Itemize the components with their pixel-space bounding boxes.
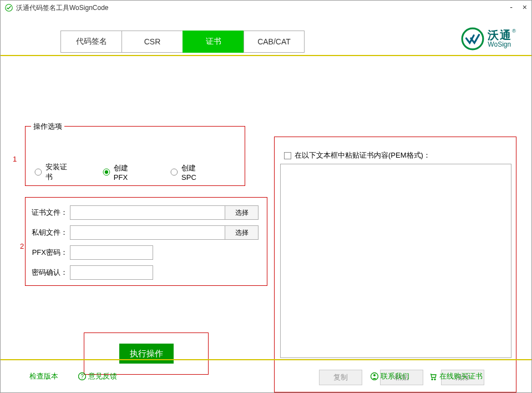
tab-cert[interactable]: 证书 (183, 31, 244, 53)
logo: 沃通® WoSign (461, 27, 516, 51)
paste-group: 在以下文本框中粘贴证书内容(PEM格式)： 复制 粘贴 清除 (274, 137, 516, 392)
window-title: 沃通代码签名工具WoSignCode (16, 3, 109, 13)
svg-point-5 (171, 169, 178, 175)
feedback-link[interactable]: ? 意见反馈 (78, 371, 117, 381)
options-group: 操作选项 安装证书 创建PFX 创建SPC (25, 126, 245, 186)
radio-on-icon (103, 168, 110, 176)
contact-icon (371, 372, 378, 380)
radio-create-spc[interactable]: 创建SPC (170, 162, 210, 182)
cert-content-textarea[interactable] (280, 164, 511, 358)
titlebar: 沃通代码签名工具WoSignCode - × (1, 1, 531, 15)
radio-off-icon (170, 168, 178, 176)
paste-checkbox-label: 在以下文本框中粘贴证书内容(PEM格式)： (295, 150, 430, 160)
key-file-input[interactable] (70, 225, 225, 240)
password-confirm-input[interactable] (70, 265, 153, 280)
contact-link[interactable]: 联系我们 (371, 371, 409, 381)
cert-file-select-button[interactable]: 选择 (225, 205, 259, 220)
svg-point-2 (35, 169, 42, 175)
logo-icon (461, 27, 484, 51)
header: 代码签名 CSR 证书 CAB/CAT 沃通® WoSign (1, 15, 531, 55)
footer: 检查版本 ? 意见反馈 联系我们 在线购买证书 (1, 360, 531, 392)
section-label-1: 1 (13, 155, 17, 163)
svg-point-4 (105, 170, 108, 174)
tab-cabcat[interactable]: CAB/CAT (244, 31, 305, 53)
check-version-link[interactable]: 检查版本 (29, 371, 58, 381)
buy-cert-link[interactable]: 在线购买证书 (429, 371, 483, 381)
logo-cn: 沃通 (488, 29, 512, 41)
svg-rect-6 (285, 152, 291, 159)
radio-off-icon (34, 168, 42, 176)
logo-en: WoSign (488, 41, 516, 48)
tabs: 代码签名 CSR 证书 CAB/CAT (60, 31, 305, 53)
svg-point-10 (373, 374, 376, 376)
svg-text:?: ? (80, 374, 84, 380)
checkbox-icon[interactable] (284, 152, 291, 159)
key-file-label: 私钥文件： (31, 228, 68, 238)
cart-icon (429, 372, 437, 380)
cert-file-input[interactable] (70, 205, 225, 220)
options-title: 操作选项 (31, 122, 64, 132)
divider-top (1, 55, 531, 56)
minimize-icon[interactable]: - (510, 3, 513, 12)
app-icon (5, 4, 13, 12)
files-group: 证书文件： 选择 私钥文件： 选择 PFX密码： 密码确认： (25, 197, 267, 286)
pwd-confirm-label: 密码确认： (31, 268, 68, 278)
close-icon[interactable]: × (523, 3, 527, 12)
feedback-icon: ? (78, 372, 86, 380)
radio-install-cert[interactable]: 安装证书 (34, 162, 74, 182)
radio-create-pfx[interactable]: 创建PFX (103, 162, 141, 182)
pfx-pwd-label: PFX密码： (31, 248, 68, 258)
tab-csr[interactable]: CSR (121, 31, 183, 53)
cert-file-label: 证书文件： (31, 208, 68, 218)
section-label-2: 2 (20, 242, 24, 250)
tab-code-sign[interactable]: 代码签名 (60, 31, 121, 53)
key-file-select-button[interactable]: 选择 (225, 225, 259, 240)
pfx-password-input[interactable] (70, 245, 153, 260)
